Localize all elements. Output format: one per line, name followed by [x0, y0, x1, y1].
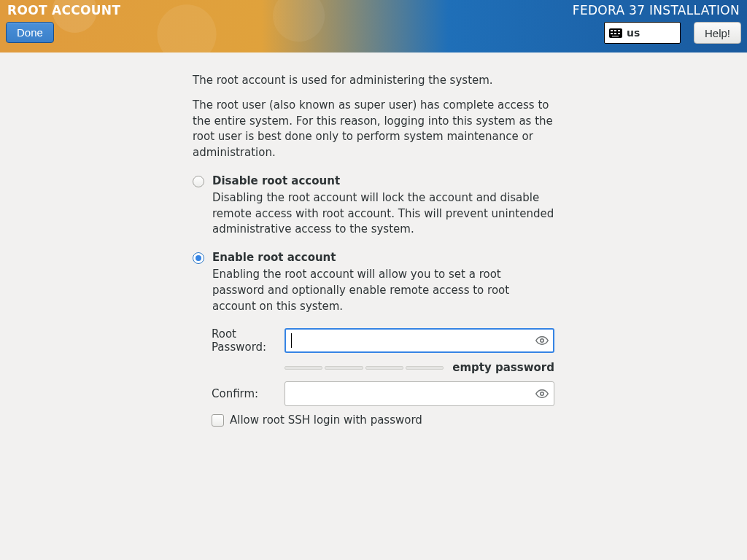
radio-enable-desc: Enabling the root account will allow you… [212, 267, 554, 314]
confirm-password-input[interactable] [285, 381, 554, 406]
done-button[interactable]: Done [6, 22, 54, 43]
radio-disable-desc: Disabling the root account will lock the… [212, 190, 554, 238]
help-button[interactable]: Help! [694, 22, 741, 44]
root-password-input[interactable] [285, 328, 554, 353]
password-form: Root Password: empty password Confirm: [212, 327, 554, 406]
svg-point-0 [541, 339, 544, 343]
radio-circle-icon [193, 252, 204, 264]
radio-item-disable: Disable root account Disabling the root … [193, 174, 554, 238]
radio-enable-label: Enable root account [212, 251, 554, 264]
svg-point-1 [541, 392, 544, 396]
keyboard-layout-text: us [627, 27, 640, 39]
keyboard-icon [609, 28, 622, 38]
intro-text-1: The root account is used for administeri… [193, 73, 554, 89]
content-area: The root account is used for administeri… [0, 52, 554, 427]
allow-ssh-label[interactable]: Allow root SSH login with password [230, 413, 422, 427]
reveal-password-icon[interactable] [535, 387, 549, 400]
radio-enable-root[interactable] [193, 252, 205, 265]
allow-ssh-checkbox[interactable] [212, 414, 224, 427]
strength-segment [365, 366, 403, 370]
reveal-password-icon[interactable] [535, 334, 549, 347]
password-strength-label: empty password [452, 361, 554, 374]
radio-disable-root[interactable] [193, 176, 205, 188]
installer-title: FEDORA 37 INSTALLATION [573, 3, 740, 18]
strength-segment [325, 366, 363, 370]
root-password-label: Root Password: [212, 327, 285, 354]
strength-segment [285, 366, 322, 370]
header-bar: ROOT ACCOUNT Done FEDORA 37 INSTALLATION… [0, 0, 747, 52]
strength-segment [406, 366, 444, 370]
intro-text-2: The root user (also known as super user)… [193, 98, 554, 161]
keyboard-layout-indicator[interactable]: us [604, 22, 681, 44]
radio-disable-label: Disable root account [212, 174, 554, 187]
page-title: ROOT ACCOUNT [7, 3, 120, 18]
text-caret [291, 333, 292, 348]
confirm-password-label: Confirm: [212, 387, 285, 400]
root-account-radio-group: Disable root account Disabling the root … [193, 174, 554, 315]
radio-item-enable: Enable root account Enabling the root ac… [193, 251, 554, 314]
radio-circle-icon [193, 176, 204, 187]
password-strength-meter [285, 366, 444, 370]
